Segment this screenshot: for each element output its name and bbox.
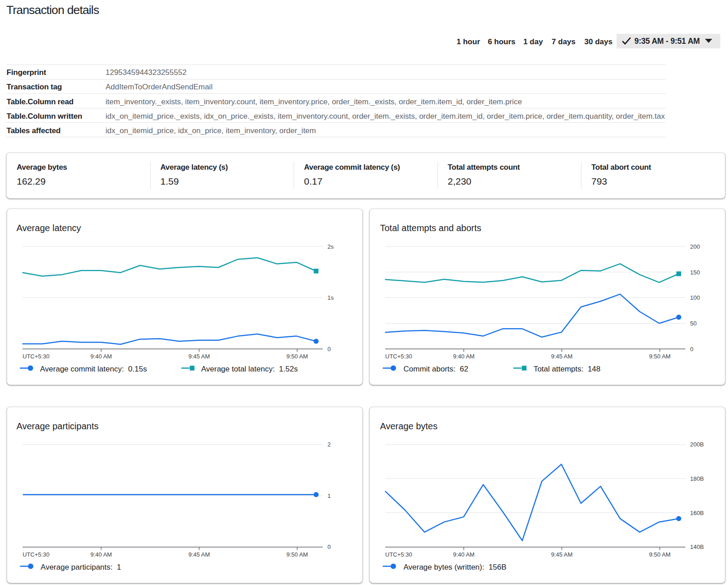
svg-text:0: 0 <box>690 346 693 353</box>
svg-text:9:50 AM: 9:50 AM <box>649 551 671 558</box>
svg-text:UTC+5:30: UTC+5:30 <box>385 353 412 360</box>
svg-text:Average total latency: 1.52s: Average total latency: 1.52s <box>201 365 298 373</box>
svg-text:9:50 AM: 9:50 AM <box>286 551 308 558</box>
svg-text:Average participants: Average participants <box>17 421 99 431</box>
svg-text:9:40 AM: 9:40 AM <box>453 353 475 360</box>
svg-text:0: 0 <box>327 346 331 353</box>
svg-text:9:45 AM: 9:45 AM <box>551 353 573 360</box>
svg-text:Average bytes: Average bytes <box>380 421 438 431</box>
svg-text:9:50 AM: 9:50 AM <box>649 353 671 360</box>
svg-text:Total attempts: 148: Total attempts: 148 <box>534 365 600 373</box>
svg-text:2: 2 <box>327 441 331 448</box>
svg-text:Average latency: Average latency <box>17 223 81 233</box>
svg-text:180B: 180B <box>690 475 704 482</box>
svg-text:160B: 160B <box>690 510 704 516</box>
svg-text:9:45 AM: 9:45 AM <box>189 551 210 558</box>
svg-text:150: 150 <box>690 269 700 276</box>
svg-text:140B: 140B <box>690 543 704 550</box>
svg-text:Average commit latency: 0.15s: Average commit latency: 0.15s <box>40 365 147 373</box>
svg-text:UTC+5:30: UTC+5:30 <box>23 353 50 360</box>
svg-text:9:40 AM: 9:40 AM <box>90 551 112 558</box>
svg-text:9:45 AM: 9:45 AM <box>189 353 210 360</box>
svg-text:200: 200 <box>690 243 700 250</box>
svg-text:9:40 AM: 9:40 AM <box>90 353 112 360</box>
svg-text:2s: 2s <box>327 243 334 250</box>
svg-text:UTC+5:30: UTC+5:30 <box>385 551 412 558</box>
svg-text:Average bytes (written): 156B: Average bytes (written): 156B <box>404 563 507 571</box>
svg-text:Total attempts and aborts: Total attempts and aborts <box>380 223 482 233</box>
svg-text:200B: 200B <box>690 441 704 448</box>
svg-text:9:40 AM: 9:40 AM <box>453 551 475 558</box>
svg-text:1: 1 <box>327 492 331 499</box>
svg-text:100: 100 <box>690 294 700 301</box>
svg-text:0: 0 <box>327 543 331 550</box>
svg-text:UTC+5:30: UTC+5:30 <box>23 551 50 558</box>
svg-text:9:50 AM: 9:50 AM <box>286 353 308 360</box>
svg-text:Commit aborts: 62: Commit aborts: 62 <box>404 365 469 373</box>
svg-text:Average participants: 1: Average participants: 1 <box>41 563 121 571</box>
svg-text:1s: 1s <box>327 294 334 301</box>
svg-text:50: 50 <box>690 320 696 327</box>
svg-text:9:45 AM: 9:45 AM <box>551 551 573 558</box>
